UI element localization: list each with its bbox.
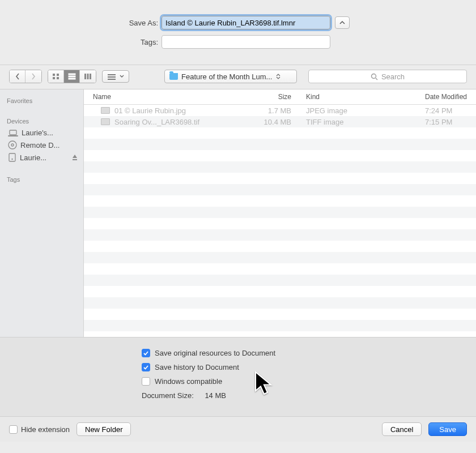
column-view-button[interactable]: [80, 70, 96, 83]
chevron-up-icon: [339, 20, 345, 25]
stack-icon: [107, 73, 116, 80]
option-label: Windows compatible: [155, 377, 222, 386]
save-as-input[interactable]: [162, 16, 330, 29]
svg-rect-11: [108, 76, 116, 78]
option-label: Save original resources to Document: [155, 349, 275, 357]
svg-point-16: [8, 141, 16, 149]
svg-rect-9: [90, 74, 91, 79]
chevron-left-icon: [15, 73, 20, 80]
svg-rect-18: [9, 153, 15, 161]
view-switch: [48, 70, 96, 83]
svg-point-19: [11, 159, 12, 160]
svg-rect-20: [73, 159, 77, 160]
save-panel-top: Save As: Tags:: [0, 0, 476, 65]
table-row[interactable]: Soaring Ov..._LAR3698.tif 10.4 MB TIFF i…: [84, 116, 476, 127]
svg-rect-15: [8, 135, 18, 136]
cancel-button[interactable]: Cancel: [382, 422, 422, 436]
sidebar-tags-header: Tags: [0, 173, 83, 185]
collapse-button[interactable]: [335, 16, 350, 29]
col-header-kind[interactable]: Kind: [297, 89, 416, 104]
col-header-name[interactable]: Name: [84, 89, 255, 104]
file-name: Soaring Ov..._LAR3698.tif: [114, 118, 199, 126]
option-save-history[interactable]: Save history to Document: [142, 363, 465, 371]
sidebar: Favorites Devices Laurie's... Remote D..…: [0, 89, 84, 337]
laptop-icon: [8, 130, 18, 136]
checkbox-save-resources[interactable]: [142, 349, 150, 357]
svg-rect-12: [108, 79, 116, 80]
browser-body: Favorites Devices Laurie's... Remote D..…: [0, 89, 476, 337]
new-folder-button[interactable]: New Folder: [76, 422, 131, 436]
col-header-size[interactable]: Size: [255, 89, 297, 104]
file-thumb-icon: [101, 118, 110, 125]
svg-rect-2: [53, 77, 55, 79]
svg-rect-3: [57, 77, 59, 79]
tags-row: Tags:: [11, 35, 465, 49]
eject-icon[interactable]: [72, 155, 78, 161]
forward-button[interactable]: [26, 70, 41, 83]
svg-rect-10: [108, 74, 116, 75]
file-name: 01 © Laurie Rubin.jpg: [114, 106, 186, 115]
file-listing: Name Size Kind Date Modified 01 © Laurie…: [84, 89, 476, 337]
search-icon: [371, 73, 378, 80]
sidebar-favorites-header: Favorites: [0, 94, 83, 106]
sidebar-item-label: Laurie's...: [22, 129, 53, 137]
file-date: 7:15 PM: [416, 114, 476, 130]
checkbox-save-history[interactable]: [142, 363, 150, 371]
hide-extension-checkbox[interactable]: Hide extension: [9, 425, 70, 434]
svg-rect-8: [87, 74, 89, 79]
sidebar-devices-header: Devices: [0, 114, 83, 127]
search-input[interactable]: Search: [308, 70, 467, 83]
icon-view-button[interactable]: [48, 70, 64, 83]
checkbox-windows-compat[interactable]: [142, 377, 150, 386]
svg-point-17: [11, 144, 14, 146]
document-size-value: 14 MB: [205, 391, 226, 400]
chevron-down-icon: [120, 75, 124, 78]
tags-input[interactable]: [162, 35, 330, 49]
file-kind: TIFF image: [297, 114, 416, 130]
save-as-label: Save As:: [11, 19, 162, 27]
group-by-popup[interactable]: [102, 70, 129, 83]
disc-icon: [8, 140, 17, 149]
file-size: 10.4 MB: [255, 114, 297, 130]
list-view-button[interactable]: [64, 70, 80, 83]
svg-rect-0: [53, 74, 55, 76]
drive-icon: [8, 153, 16, 162]
search-placeholder: Search: [381, 72, 405, 81]
save-as-row: Save As:: [11, 16, 465, 29]
toolbar: Feature of the Month Lum... Search: [0, 65, 476, 89]
svg-rect-4: [69, 74, 75, 75]
location-label: Feature of the Month Lum...: [181, 72, 272, 81]
dialog-footer: Hide extension New Folder Cancel Save: [0, 417, 476, 442]
option-save-resources[interactable]: Save original resources to Document: [142, 349, 465, 357]
sidebar-item-laptop[interactable]: Laurie's...: [0, 127, 83, 139]
col-header-date[interactable]: Date Modified: [416, 89, 476, 104]
hide-extension-label: Hide extension: [21, 425, 70, 434]
option-windows-compat[interactable]: Windows compatible: [142, 377, 465, 386]
svg-rect-7: [84, 74, 86, 79]
save-options-panel: Save original resources to Document Save…: [0, 337, 476, 417]
sidebar-item-drive[interactable]: Laurie...: [0, 151, 83, 164]
svg-rect-6: [69, 78, 75, 79]
save-button[interactable]: Save: [428, 422, 467, 436]
tags-label: Tags:: [11, 38, 162, 46]
svg-rect-5: [69, 76, 75, 77]
file-thumb-icon: [101, 107, 110, 114]
nav-back-forward: [9, 70, 42, 83]
document-size-row: Document Size: 14 MB: [142, 391, 465, 400]
svg-rect-1: [57, 74, 59, 76]
columns-icon: [84, 73, 92, 80]
updown-icon: [275, 74, 281, 79]
svg-rect-14: [10, 130, 16, 135]
folder-icon: [169, 73, 178, 80]
chevron-right-icon: [31, 73, 36, 80]
location-popup[interactable]: Feature of the Month Lum...: [164, 70, 297, 83]
sidebar-item-label: Laurie...: [20, 153, 46, 162]
sidebar-item-remote[interactable]: Remote D...: [0, 139, 83, 151]
grid-icon: [52, 73, 60, 80]
document-size-label: Document Size:: [142, 391, 194, 400]
option-label: Save history to Document: [155, 363, 239, 371]
svg-point-13: [371, 74, 376, 78]
checkbox-hide-extension[interactable]: [9, 425, 18, 434]
back-button[interactable]: [10, 70, 26, 83]
list-rows: 01 © Laurie Rubin.jpg 1.7 MB JPEG image …: [84, 105, 476, 331]
